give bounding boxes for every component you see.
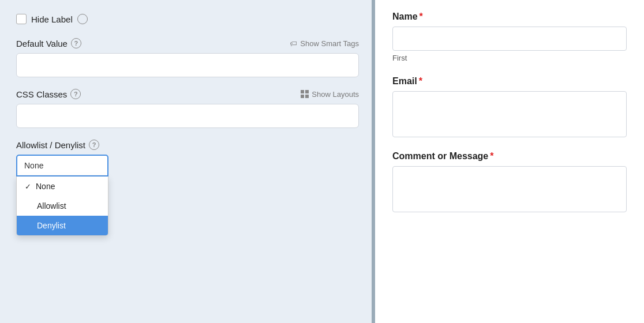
- email-input[interactable]: [392, 91, 627, 137]
- name-sub-label: First: [392, 54, 627, 62]
- left-panel: Hide Label Default Value ? 🏷 Show Smart …: [0, 0, 375, 323]
- css-classes-field: CSS Classes ? Show Layouts: [16, 89, 359, 128]
- css-classes-label: CSS Classes ?: [16, 89, 81, 99]
- allowlist-label-row: Allowlist / Denylist ?: [16, 140, 359, 150]
- name-form-field: Name * First: [392, 12, 627, 62]
- css-classes-label-row: CSS Classes ? Show Layouts: [16, 89, 359, 99]
- name-field-label: Name *: [392, 12, 627, 22]
- check-mark-icon: ✓: [25, 182, 31, 191]
- dropdown-item-denylist[interactable]: Denylist: [17, 216, 108, 235]
- email-field-label: Email *: [392, 76, 627, 87]
- hide-label-help-icon[interactable]: [77, 14, 88, 24]
- allowlist-denylist-section: Allowlist / Denylist ? None ✓ None Allow…: [16, 140, 359, 221]
- comment-field-label: Comment or Message *: [392, 151, 627, 162]
- comment-textarea[interactable]: [392, 166, 627, 212]
- css-classes-input[interactable]: [16, 104, 359, 128]
- hide-label-checkbox[interactable]: [16, 14, 27, 24]
- dropdown-item-denylist-label: Denylist: [37, 221, 66, 230]
- dropdown-item-allowlist[interactable]: Allowlist: [17, 196, 108, 216]
- right-panel: Name * First Email * Comment or Message …: [375, 0, 644, 323]
- default-value-field: Default Value ? 🏷 Show Smart Tags: [16, 38, 359, 77]
- comment-required-star: *: [490, 151, 493, 162]
- show-layouts-button[interactable]: Show Layouts: [301, 90, 359, 99]
- default-value-help-icon[interactable]: ?: [71, 38, 81, 48]
- dropdown-item-allowlist-label: Allowlist: [37, 201, 66, 211]
- comment-form-field: Comment or Message *: [392, 151, 627, 215]
- hide-label-row: Hide Label: [16, 14, 359, 24]
- dropdown-item-none-label: None: [36, 182, 55, 191]
- default-value-input[interactable]: [16, 53, 359, 77]
- allowlist-dropdown-menu: ✓ None Allowlist Denylist: [16, 176, 108, 236]
- allowlist-help-icon[interactable]: ?: [89, 140, 99, 150]
- panel-divider: [372, 0, 375, 323]
- hide-label-text: Hide Label: [31, 14, 73, 24]
- name-input[interactable]: [392, 27, 627, 51]
- name-required-star: *: [420, 12, 423, 22]
- email-form-field: Email *: [392, 76, 627, 137]
- dropdown-item-none[interactable]: ✓ None: [17, 176, 108, 196]
- css-classes-help-icon[interactable]: ?: [70, 89, 81, 99]
- allowlist-dropdown-wrapper: None ✓ None Allowlist Denylist: [16, 155, 120, 176]
- dropdown-selected-value: None: [24, 161, 43, 170]
- show-smart-tags-button[interactable]: 🏷 Show Smart Tags: [290, 39, 359, 48]
- default-value-label-row: Default Value ? 🏷 Show Smart Tags: [16, 38, 359, 48]
- email-required-star: *: [419, 76, 422, 87]
- grid-icon: [301, 90, 309, 98]
- tag-icon: 🏷: [290, 39, 297, 48]
- allowlist-dropdown-button[interactable]: None: [16, 155, 108, 176]
- default-value-label: Default Value ?: [16, 38, 81, 48]
